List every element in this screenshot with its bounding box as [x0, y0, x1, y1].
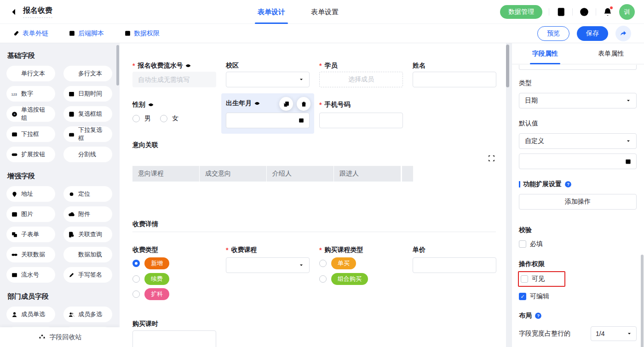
- avatar[interactable]: 训: [619, 4, 635, 20]
- copy-field-button[interactable]: [279, 97, 293, 111]
- field-width-label: 字段宽度占整行的: [519, 330, 570, 338]
- sidebar-item-location[interactable]: 定位: [63, 186, 112, 202]
- type-select[interactable]: 日期: [519, 93, 637, 108]
- tab-field-properties[interactable]: 字段属性: [512, 43, 578, 64]
- purchase-option-single[interactable]: 单买: [319, 257, 356, 269]
- radio-expand[interactable]: [132, 290, 140, 298]
- fee-course-select[interactable]: [226, 257, 310, 273]
- tab-form-design[interactable]: 表单设计: [258, 0, 285, 24]
- sidebar-item-subform[interactable]: 子表单: [6, 227, 55, 242]
- radio-combo-buy[interactable]: [319, 275, 327, 283]
- visible-checkbox-row[interactable]: 可见: [521, 275, 564, 283]
- preview-button[interactable]: 预览: [537, 26, 569, 41]
- data-permission-link[interactable]: 数据权限: [124, 29, 160, 38]
- purchase-option-combo[interactable]: 组合购买: [319, 273, 368, 285]
- tab-form-properties[interactable]: 表单属性: [578, 43, 644, 64]
- save-button[interactable]: 保存: [577, 26, 608, 41]
- serial-input[interactable]: [132, 72, 216, 87]
- gender-field-label: 性别: [132, 100, 154, 109]
- form-canvas: 报名收费流水号 校区 学员 选择成员 姓名 性别 男 女 出生年月: [120, 43, 506, 347]
- sidebar-item-multi-line-text[interactable]: 多行文本: [63, 66, 112, 81]
- default-date-input[interactable]: [519, 154, 637, 169]
- editable-checkbox-row[interactable]: 可编辑: [519, 292, 637, 301]
- fee-type-option-renew[interactable]: 续费: [132, 273, 169, 285]
- user-icon: [11, 311, 18, 318]
- gender-option-male[interactable]: 男: [132, 114, 151, 123]
- radio-renew[interactable]: [132, 275, 140, 283]
- chevron-down-icon: [625, 97, 632, 104]
- sidebar-item-single-line-text[interactable]: 单行文本: [6, 66, 55, 81]
- field-recycle-bin[interactable]: 字段回收站: [0, 327, 120, 347]
- unit-price-input[interactable]: [413, 257, 496, 273]
- radio-male[interactable]: [132, 115, 140, 122]
- sidebar-item-member-single[interactable]: 成员单选: [6, 307, 55, 322]
- fee-type-option-expand[interactable]: 扩科: [132, 288, 169, 300]
- sidebar-item-dropdown-multi[interactable]: 下拉复选框: [63, 126, 112, 142]
- link-icon: [13, 30, 20, 37]
- radio-new[interactable]: [132, 260, 140, 267]
- expand-icon[interactable]: [488, 154, 495, 162]
- sidebar-item-image[interactable]: 图片: [6, 206, 55, 222]
- required-checkbox-row[interactable]: 必填: [519, 240, 637, 248]
- help-circle-icon[interactable]: [564, 181, 572, 188]
- campus-select[interactable]: [226, 72, 310, 87]
- dropdown-icon: [11, 131, 18, 138]
- notification-bell-icon[interactable]: [603, 7, 613, 17]
- sidebar-item-dropdown[interactable]: 下拉框: [6, 126, 55, 142]
- phone-field-label: 手机号码: [319, 100, 350, 109]
- field-name-input-clipped[interactable]: [519, 65, 637, 70]
- tag-new: 新增: [144, 257, 169, 269]
- panel-tabs: 字段属性 表单属性: [512, 43, 644, 64]
- extension-settings-header: 功能扩展设置: [519, 180, 637, 188]
- birth-field-selected[interactable]: 出生年月: [221, 93, 314, 134]
- eye-off-icon: [185, 63, 191, 69]
- birth-date-input[interactable]: [226, 113, 310, 128]
- sidebar-item-signature[interactable]: 手写签名: [63, 267, 112, 283]
- help-icon[interactable]: [579, 7, 589, 17]
- tab-form-settings[interactable]: 表单设置: [311, 0, 339, 24]
- sidebar-item-related-query[interactable]: 关联查询: [63, 227, 112, 242]
- add-action-button[interactable]: 添加操作: [519, 194, 637, 210]
- form-external-link[interactable]: 表单外链: [13, 29, 48, 38]
- back-icon[interactable]: [9, 7, 18, 17]
- name-input[interactable]: [413, 72, 496, 87]
- sidebar-item-address[interactable]: 地址: [6, 186, 55, 202]
- data-manage-button[interactable]: 数据管理: [500, 5, 542, 19]
- contacts-icon[interactable]: [556, 7, 566, 17]
- editable-checkbox[interactable]: [519, 293, 526, 300]
- backend-script-link[interactable]: 后端脚本: [69, 29, 104, 38]
- visible-checkbox[interactable]: [521, 275, 528, 283]
- radio-female[interactable]: [160, 115, 167, 122]
- canvas-scrollbar[interactable]: [506, 45, 509, 87]
- gender-option-female[interactable]: 女: [160, 114, 178, 123]
- sidebar-item-radio-group[interactable]: 单选按钮组: [6, 106, 55, 122]
- delete-field-button[interactable]: [297, 97, 310, 111]
- sidebar-scrollbar[interactable]: [116, 45, 119, 85]
- sidebar-item-divider[interactable]: 分割线: [63, 147, 112, 162]
- sidebar-item-member-multi[interactable]: 成员多选: [63, 307, 112, 322]
- required-checkbox[interactable]: [519, 240, 526, 248]
- student-member-picker[interactable]: 选择成员: [319, 72, 403, 87]
- chevron-down-icon: [626, 330, 632, 337]
- sidebar-item-related-data[interactable]: 关联数据: [6, 247, 55, 262]
- sidebar-item-extend-button[interactable]: 扩展按钮: [6, 147, 55, 162]
- sidebar-item-attachment[interactable]: 附件: [63, 206, 112, 222]
- sidebar-item-checkbox-group[interactable]: 复选框组: [63, 106, 112, 122]
- field-width-select[interactable]: 1/4: [591, 326, 637, 341]
- sidebar-item-data-load[interactable]: 数据加载: [63, 247, 112, 262]
- fee-type-option-new[interactable]: 新增: [132, 257, 169, 269]
- default-value-select[interactable]: 自定义: [519, 133, 637, 149]
- field-library-sidebar: 基础字段 单行文本 多行文本 数字 日期时间 单选按钮组 复选框组 下拉框 下拉…: [0, 43, 120, 347]
- calendar-icon: [68, 91, 75, 97]
- sidebar-item-number[interactable]: 数字: [6, 86, 55, 102]
- radio-single-buy[interactable]: [319, 260, 327, 267]
- class-hours-input[interactable]: [132, 330, 216, 347]
- share-button[interactable]: [615, 26, 631, 41]
- sidebar-item-datetime[interactable]: 日期时间: [63, 86, 112, 102]
- top-header: 报名收费 表单设计 表单设置 数据管理 训: [0, 0, 644, 24]
- help-circle-icon[interactable]: [535, 312, 542, 319]
- phone-input[interactable]: [319, 113, 403, 128]
- sidebar-item-serial-number[interactable]: 流水号: [6, 267, 55, 283]
- layout-header: 布局: [519, 312, 637, 320]
- panel-scrollbar[interactable]: [641, 255, 644, 347]
